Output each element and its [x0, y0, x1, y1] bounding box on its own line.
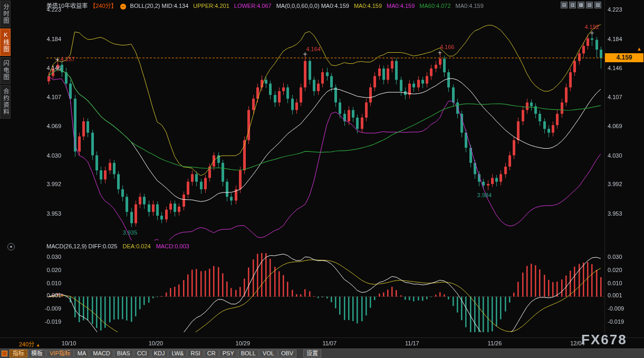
period-label: 240分: [19, 341, 34, 347]
toolbar-button[interactable]: BIAS: [114, 350, 133, 357]
toolbar-button[interactable]: CCI: [134, 350, 150, 357]
toolbar-button[interactable]: OBV: [278, 350, 296, 357]
period-selector[interactable]: 240分▲: [19, 340, 40, 348]
toolbar-button[interactable]: KDJ: [151, 350, 168, 357]
toolbar-button[interactable]: RSI: [187, 350, 203, 357]
toolbar-button[interactable]: CR: [204, 350, 219, 357]
pane-layout-icon[interactable]: ▥: [569, 2, 576, 8]
toolbar-button-list: 指标模板VIP指标MAMACDBIASCCIKDJLW&RSICRPSYBOLL…: [9, 350, 321, 357]
chart-header: 美债10年收益率【240分】−BOLL(20,2) MID:4.134UPPER…: [46, 1, 488, 8]
instrument-title: 美债10年收益率: [46, 3, 88, 9]
indicator-legend-item: UPPER:4.201: [193, 3, 229, 9]
pane-layout-icon[interactable]: ▦: [578, 2, 584, 8]
macd-legend-item: MACD(26,12,9) DIFF:0.025: [46, 243, 118, 249]
indicator-grid-icon[interactable]: [2, 351, 7, 356]
macd-indicator-header: MACD(26,12,9) DIFF:0.025DEA:0.024MACD:0.…: [46, 243, 195, 249]
toolbar-button[interactable]: 指标: [9, 350, 27, 357]
toolbar-button[interactable]: VIP指标: [46, 350, 74, 357]
pane-layout-icon[interactable]: ▨: [594, 2, 601, 8]
macd-legend-item: MACD:0.003: [156, 243, 189, 249]
indicator-legend-item: MA0:4.159: [387, 3, 415, 9]
app-window: 分时图K线图闪电图合约资料 美债10年收益率【240分】−BOLL(20,2) …: [0, 0, 644, 358]
interval-label: 【240分】: [90, 3, 117, 9]
sidebar-tab[interactable]: 合约资料: [0, 85, 11, 119]
sidebar-tab[interactable]: 分时图: [0, 1, 11, 27]
indicator-legend-item: MA60:4.072: [419, 3, 450, 9]
fx678-watermark: FX678: [581, 332, 627, 348]
pane-layout-controls: ▤▥▦▧▨: [561, 2, 601, 8]
toolbar-button[interactable]: 设置: [303, 350, 321, 357]
toolbar-button[interactable]: BOLL: [238, 350, 259, 357]
toolbar-button[interactable]: MA: [74, 350, 90, 357]
toolbar-button[interactable]: PSY: [219, 350, 237, 357]
toolbar-button[interactable]: VOL: [259, 350, 277, 357]
sidebar-tab[interactable]: K线图: [0, 28, 11, 56]
price-up-arrow-icon: ▲: [637, 46, 642, 52]
macd-legend-item: DEA:0.024: [123, 243, 151, 249]
period-up-arrow-icon: ▲: [36, 343, 40, 347]
toolbar-button[interactable]: MACD: [90, 350, 113, 357]
last-price-tag: 4.159: [605, 53, 643, 62]
left-tab-sidebar: 分时图K线图闪电图合约资料: [0, 1, 11, 120]
pane-layout-icon[interactable]: ▤: [561, 2, 568, 8]
toolbar-button[interactable]: 模板: [28, 350, 46, 357]
pane-layout-icon[interactable]: ▧: [586, 2, 593, 8]
bottom-toolbar: 指标模板VIP指标MAMACDBIASCCIKDJLW&RSICRPSYBOLL…: [0, 349, 644, 358]
toolbar-button[interactable]: LW&: [168, 350, 187, 357]
pane-collapse-icon[interactable]: [7, 243, 15, 250]
zoom-out-icon[interactable]: −: [120, 4, 126, 9]
indicator-legend-item: MA(0,0,0,60,0,0) MA0:4.159: [276, 3, 349, 9]
sidebar-tab[interactable]: 闪电图: [0, 57, 11, 84]
price-chart-canvas[interactable]: [0, 0, 644, 358]
indicator-legend-item: LOWER:4.067: [234, 3, 272, 9]
indicator-legend: BOLL(20,2) MID:4.134UPPER:4.201LOWER:4.0…: [130, 3, 488, 9]
indicator-legend-item: MA0:4.159: [354, 3, 382, 9]
indicator-legend-item: BOLL(20,2) MID:4.134: [130, 3, 189, 9]
indicator-legend-item: MA0:4.159: [456, 3, 484, 9]
